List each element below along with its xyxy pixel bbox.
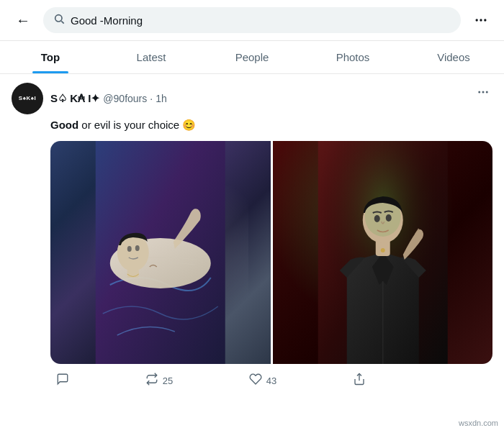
tab-top[interactable]: Top	[0, 41, 101, 73]
retweet-button[interactable]: 25	[140, 370, 179, 392]
share-icon	[353, 373, 366, 389]
tweet-actions: 25 43	[12, 364, 372, 398]
svg-line-1	[61, 21, 63, 23]
reply-icon	[56, 373, 69, 389]
tweet-meta: S♤ K₳ I✦ @90fours · 1h	[50, 92, 167, 105]
svg-point-6	[482, 91, 485, 94]
share-button[interactable]	[347, 370, 372, 392]
reply-button[interactable]	[50, 370, 75, 392]
svg-point-2	[476, 19, 478, 21]
tweet-header-left: S♠K♠I S♤ K₳ I✦ @90fours · 1h	[12, 83, 167, 114]
tweet-image-right[interactable]	[273, 141, 493, 364]
back-button[interactable]: ←	[12, 9, 35, 32]
tweet-rest-text: or evil is your choice 😊	[78, 119, 196, 131]
tweet-text: Good or evil is your choice 😊	[50, 119, 196, 131]
svg-point-12	[135, 245, 140, 251]
tweet-card: S♠K♠I S♤ K₳ I✦ @90fours · 1h Good or evi…	[0, 74, 504, 398]
watermark: wsxdn.com	[459, 419, 498, 427]
svg-point-19	[374, 215, 379, 222]
svg-point-7	[486, 91, 488, 94]
svg-point-3	[480, 19, 482, 21]
retweet-count: 25	[163, 375, 173, 386]
tweet-username: S♤ K₳ I✦	[50, 92, 100, 105]
back-icon: ←	[16, 12, 30, 29]
tab-people[interactable]: People	[202, 41, 302, 73]
retweet-icon	[145, 373, 158, 389]
more-options-button[interactable]	[469, 9, 492, 32]
like-button[interactable]: 43	[243, 370, 282, 392]
search-bar[interactable]: Good -Morning	[43, 7, 461, 33]
tab-photos[interactable]: Photos	[302, 41, 403, 73]
tweet-dot: ·	[150, 93, 153, 104]
svg-point-5	[478, 91, 480, 94]
tweet-image-left[interactable]	[50, 141, 271, 364]
tweet-content: Good or evil is your choice 😊	[50, 117, 492, 134]
like-count: 43	[266, 375, 276, 386]
search-query-text: Good -Morning	[71, 14, 143, 27]
tweet-header: S♠K♠I S♤ K₳ I✦ @90fours · 1h	[12, 83, 492, 114]
svg-point-11	[127, 246, 132, 252]
tab-videos[interactable]: Videos	[403, 41, 504, 73]
tab-latest[interactable]: Latest	[101, 41, 202, 73]
tabs-bar: Top Latest People Photos Videos	[0, 41, 504, 74]
svg-point-20	[385, 214, 391, 222]
header: ← Good -Morning	[0, 0, 504, 41]
tweet-more-button[interactable]	[474, 83, 492, 105]
search-icon	[53, 13, 65, 27]
avatar: S♠K♠I	[12, 83, 43, 114]
tweet-images	[50, 141, 492, 364]
tweet-time: 1h	[156, 93, 167, 104]
tweet-bold-word: Good	[50, 119, 78, 131]
svg-point-0	[55, 15, 62, 22]
like-icon	[249, 373, 262, 389]
tweet-handle: @90fours	[103, 93, 147, 104]
svg-point-22	[380, 248, 384, 252]
svg-point-4	[484, 19, 486, 21]
